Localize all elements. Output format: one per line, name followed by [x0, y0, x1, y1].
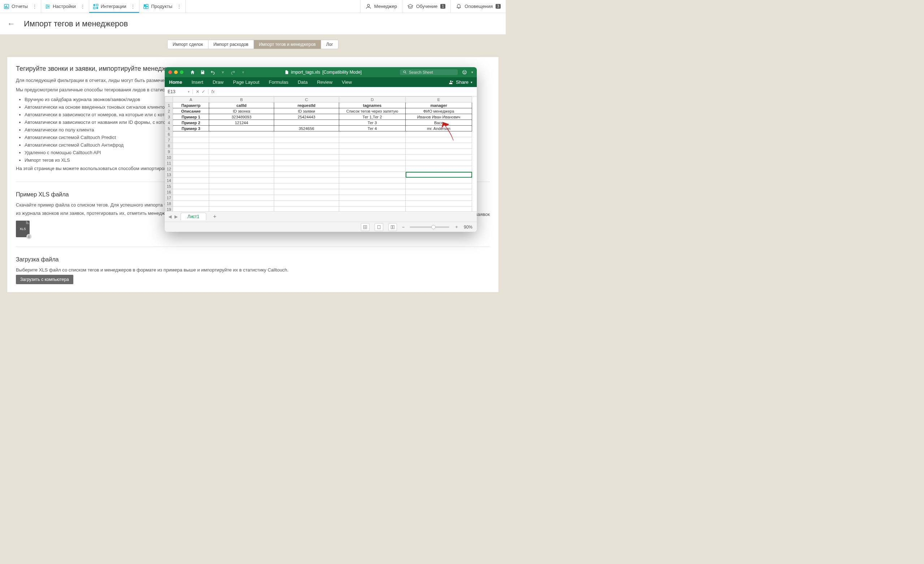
cell[interactable]: requestId — [274, 103, 339, 108]
cell[interactable] — [339, 195, 406, 201]
row-header[interactable]: 8 — [165, 143, 173, 149]
cell[interactable] — [339, 201, 406, 206]
cell[interactable] — [406, 183, 472, 189]
subtab-import-expenses[interactable]: Импорт расходов — [208, 40, 254, 49]
cell[interactable]: tagnames — [339, 103, 406, 108]
cell[interactable]: Описание — [173, 108, 209, 114]
view-normal-icon[interactable] — [361, 223, 369, 231]
excel-grid[interactable]: ABCDE1ПараметрcallIdrequestIdtagnamesman… — [165, 96, 477, 211]
corner-cell[interactable] — [165, 97, 173, 103]
cell[interactable] — [406, 132, 472, 137]
back-arrow[interactable]: ← — [7, 19, 15, 28]
cell[interactable]: 3524656 — [274, 126, 339, 132]
home-icon[interactable] — [189, 70, 196, 75]
cell[interactable] — [209, 189, 274, 195]
cell[interactable]: ФИО менеджера — [406, 108, 472, 114]
row-header[interactable]: 2 — [165, 108, 173, 114]
cell[interactable] — [406, 195, 472, 201]
cell[interactable] — [339, 178, 406, 183]
cell[interactable] — [274, 143, 339, 149]
cell[interactable] — [406, 166, 472, 172]
row-header[interactable]: 4 — [165, 120, 173, 126]
cell[interactable] — [209, 137, 274, 143]
close-icon[interactable] — [168, 70, 172, 74]
chevron-down-icon[interactable]: ▾ — [471, 70, 473, 74]
cell[interactable]: Пример 1 — [173, 114, 209, 120]
row-header[interactable]: 14 — [165, 178, 173, 183]
cell[interactable] — [209, 166, 274, 172]
cell[interactable] — [274, 149, 339, 154]
cell[interactable] — [406, 189, 472, 195]
cell[interactable] — [406, 178, 472, 183]
cell[interactable] — [274, 201, 339, 206]
cell[interactable] — [274, 189, 339, 195]
name-box[interactable]: E13 ▾ — [165, 89, 193, 94]
excel-search[interactable]: Search Sheet — [400, 69, 458, 75]
row-header[interactable]: 3 — [165, 114, 173, 120]
sheet-tab[interactable]: Лист1 — [181, 213, 206, 220]
cell[interactable] — [339, 166, 406, 172]
cell[interactable] — [173, 154, 209, 160]
row-header[interactable]: 6 — [165, 132, 173, 137]
cell[interactable] — [274, 172, 339, 178]
row-header[interactable]: 17 — [165, 195, 173, 201]
cell[interactable] — [339, 189, 406, 195]
cell[interactable]: Иванов Иван Иванович — [406, 114, 472, 120]
ribbon-tab-review[interactable]: Review — [317, 79, 333, 85]
cell[interactable]: Список тегов через запятую — [339, 108, 406, 114]
cell[interactable] — [173, 195, 209, 201]
ribbon-tab-formulas[interactable]: Formulas — [269, 79, 288, 85]
cell[interactable] — [274, 166, 339, 172]
subtab-import-deals[interactable]: Импорт сделок — [168, 40, 208, 49]
cell[interactable] — [339, 183, 406, 189]
cell[interactable] — [173, 149, 209, 154]
cell[interactable] — [209, 195, 274, 201]
cell[interactable]: Пример 2 — [173, 120, 209, 126]
cell[interactable] — [173, 206, 209, 211]
zoom-in-button[interactable]: ＋ — [454, 224, 459, 230]
cell[interactable] — [274, 178, 339, 183]
cancel-icon[interactable]: ✕ — [196, 89, 200, 94]
column-header[interactable]: B — [209, 97, 274, 103]
view-pagelayout-icon[interactable] — [375, 223, 383, 231]
smiley-icon[interactable] — [461, 70, 468, 75]
cell[interactable] — [209, 143, 274, 149]
row-header[interactable]: 1 — [165, 103, 173, 108]
cell[interactable] — [274, 183, 339, 189]
cell[interactable]: Тег 1,Тег 2 — [339, 114, 406, 120]
cell[interactable] — [209, 206, 274, 211]
cell[interactable]: Тег 4 — [339, 126, 406, 132]
cell[interactable] — [406, 137, 472, 143]
column-header[interactable]: D — [339, 97, 406, 103]
cell[interactable] — [406, 143, 472, 149]
row-header[interactable]: 13 — [165, 172, 173, 178]
cell[interactable] — [173, 201, 209, 206]
cell[interactable] — [406, 154, 472, 160]
cell[interactable] — [173, 132, 209, 137]
cell[interactable]: 25424443 — [274, 114, 339, 120]
redo-dropdown-icon[interactable]: ▾ — [240, 70, 246, 75]
add-sheet-button[interactable]: ＋ — [209, 213, 220, 220]
save-icon[interactable] — [200, 70, 206, 75]
cell[interactable] — [173, 143, 209, 149]
subtab-import-tags[interactable]: Импорт тегов и менеджеров — [254, 40, 321, 49]
cell[interactable] — [209, 126, 274, 132]
undo-dropdown-icon[interactable]: ▾ — [220, 70, 226, 75]
topnav-tab-products[interactable]: Продукты ⋮ — [140, 0, 186, 13]
cell[interactable] — [339, 137, 406, 143]
cell[interactable] — [173, 189, 209, 195]
cell[interactable] — [274, 206, 339, 211]
cell[interactable]: Вася — [406, 120, 472, 126]
cell[interactable] — [209, 149, 274, 154]
ribbon-tab-insert[interactable]: Insert — [192, 79, 203, 85]
cell[interactable] — [209, 172, 274, 178]
manager-link[interactable]: Менеджер — [360, 0, 402, 13]
row-header[interactable]: 7 — [165, 137, 173, 143]
cell[interactable] — [274, 154, 339, 160]
row-header[interactable]: 19 — [165, 206, 173, 211]
cell[interactable] — [339, 143, 406, 149]
learning-link[interactable]: Обучение 1 — [402, 0, 450, 13]
cell[interactable]: Пример 3 — [173, 126, 209, 132]
zoom-icon[interactable] — [180, 70, 183, 74]
cell[interactable] — [274, 137, 339, 143]
